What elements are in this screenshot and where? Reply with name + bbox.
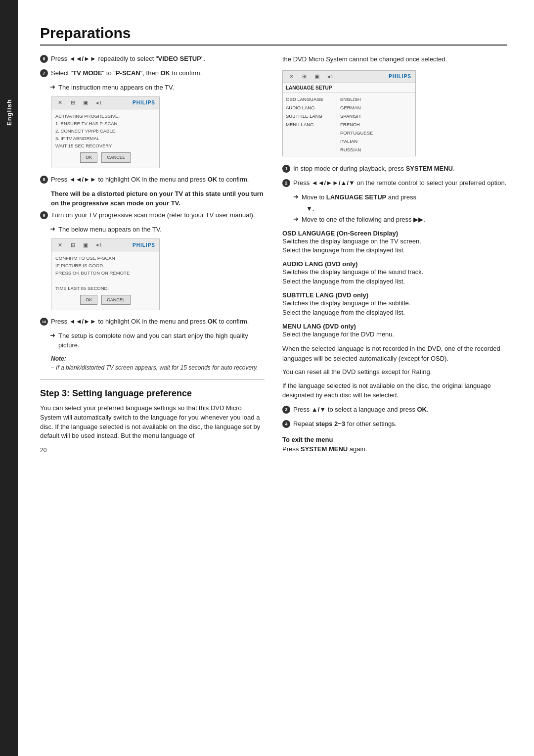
- menu-icon-arrow: ◄1: [94, 99, 103, 106]
- lang-right-item-5: PORTUGUESE: [340, 129, 412, 137]
- menu-icon-x2: ✕: [55, 241, 64, 248]
- menu-buttons-1: OK CANCEL: [55, 152, 155, 162]
- menu-header-2: ✕ ⊞ ▣ ◄1 PHILIPS: [51, 239, 159, 251]
- feature-audio: AUDIO LANG (DVD only) Switches the displ…: [282, 260, 507, 286]
- step-10-arrow-text: The setup is complete now and you can st…: [58, 331, 265, 350]
- two-column-layout: 6 Press ◄◄/►► repeatedly to select "VIDE…: [40, 54, 507, 454]
- step-6-text: Press ◄◄/►► repeatedly to select "VIDEO …: [51, 54, 205, 64]
- step-8: 8 Press ◄◄/►► to highlight OK in the men…: [40, 175, 265, 185]
- feature-subtitle-title: SUBTITLE LANG (DVD only): [282, 291, 507, 299]
- menu-lang-right: ENGLISH GERMAN SPANISH FRENCH PORTUGUESE…: [337, 93, 415, 156]
- menu-body-2: CONFIRM TO USE P-SCAN IF PICTURE IS GOOD…: [51, 251, 159, 310]
- menu2-line-2: IF PICTURE IS GOOD.: [55, 262, 155, 269]
- menu-line-3: 2. CONNECT YPrPb CABLE.: [55, 127, 155, 135]
- language-tab-label: English: [5, 99, 13, 126]
- feature-osd-desc2: Select the language from the displayed l…: [282, 246, 507, 255]
- title-divider: [40, 45, 507, 46]
- lang-left-item-2: AUDIO LANG: [286, 103, 334, 112]
- right-intro: the DVD Micro System cannot be changed o…: [282, 54, 507, 64]
- step-10: 10 Press ◄◄/►► to highlight OK in the me…: [40, 317, 265, 327]
- right-step-4-num: 4: [282, 420, 290, 428]
- right-step-4: 4 Repeat steps 2~3 for other settings.: [282, 420, 507, 429]
- lang-left-item-3: SUBTITLE LANG: [286, 112, 334, 120]
- right-step-2-text: Press ◄◄/►►/▲/▼ on the remote control to…: [293, 179, 506, 188]
- lang-right-item-2: GERMAN: [340, 103, 412, 112]
- menu-icon-disc2: ▣: [81, 241, 90, 248]
- menu-lang-icon-grid: ⊞: [300, 73, 309, 80]
- right-step-2-num: 2: [282, 179, 290, 187]
- menu-icon-grid2: ⊞: [68, 241, 77, 248]
- feature-subtitle: SUBTITLE LANG (DVD only) Switches the di…: [282, 291, 507, 318]
- right-arrow-1: ➜ Move to LANGUAGE SETUP and press: [293, 193, 507, 202]
- feature-menu-title: MENU LANG (DVD only): [282, 323, 507, 330]
- left-column: 6 Press ◄◄/►► repeatedly to select "VIDE…: [40, 54, 265, 454]
- step-10-num: 10: [40, 318, 48, 326]
- step-7-num: 7: [40, 69, 48, 77]
- menu2-line-4: [55, 277, 155, 284]
- menu-lang-left: OSD LANGUAGE AUDIO LANG SUBTITLE LANG ME…: [283, 93, 337, 156]
- menu-lang-icon-x: ✕: [287, 73, 296, 80]
- feature-audio-desc2: Select the language from the displayed l…: [282, 277, 507, 286]
- menu-cancel-btn: CANCEL: [101, 152, 131, 162]
- right-step-1: 1 In stop mode or during playback, press…: [282, 164, 507, 174]
- menu-lang-content: OSD LANGUAGE AUDIO LANG SUBTITLE LANG ME…: [283, 93, 415, 156]
- right-arrow-2-text: Move to one of the following and press ▶…: [302, 215, 425, 225]
- note-section: Note: – If a blank/distorted TV screen a…: [51, 354, 265, 372]
- lang-right-item-7: RUSSIAN: [340, 145, 412, 154]
- step-8-num: 8: [40, 176, 48, 184]
- menu-philips-logo: PHILIPS: [133, 100, 155, 105]
- arrow-symbol-3: ➜: [50, 331, 55, 339]
- right-arrow-1-text: Move to LANGUAGE SETUP and press: [302, 193, 416, 202]
- step-10-arrow: ➜ The setup is complete now and you can …: [50, 331, 265, 350]
- step-9-num: 9: [40, 211, 48, 219]
- menu-line-1: ACTIVATING PROGRESSIVE.: [55, 112, 155, 120]
- menu-lang-philips: PHILIPS: [389, 74, 411, 79]
- right-arrow-1b: ▼.: [306, 205, 507, 212]
- right-step-3-num: 3: [282, 406, 290, 414]
- to-exit-text: Press SYSTEM MENU again.: [282, 445, 507, 453]
- menu-lang-mockup: ✕ ⊞ ▣ ◄1 PHILIPS LANGUAGE SETUP OSD LANG…: [282, 70, 416, 157]
- menu-line-4: 3. IF TV ABNORMAL: [55, 135, 155, 142]
- right-step-1-text: In stop mode or during playback, press S…: [293, 164, 455, 174]
- feature-subtitle-desc1: Switches the display language of the sub…: [282, 299, 507, 308]
- feature-menu: MENU LANG (DVD only) Select the language…: [282, 323, 507, 339]
- step-9-arrow: ➜ The below menu appears on the TV.: [50, 225, 265, 235]
- lang-left-item-4: MENU LANG: [286, 120, 334, 129]
- lang-right-item-1: ENGLISH: [340, 95, 412, 103]
- step-9-arrow-text: The below menu appears on the TV.: [58, 225, 162, 235]
- menu2-line-1: CONFIRM TO USE P-SCAN: [55, 254, 155, 262]
- menu-cancel-btn2: CANCEL: [101, 295, 131, 305]
- italic-note-3: If the language selected is not availabl…: [282, 381, 507, 400]
- menu-buttons-2: OK CANCEL: [55, 295, 155, 305]
- feature-osd-title: OSD LANGUAGE (On-Screen Display): [282, 230, 507, 237]
- feature-audio-title: AUDIO LANG (DVD only): [282, 260, 507, 268]
- menu2-line-3: PRESS OK BUTTON ON REMOTE: [55, 269, 155, 277]
- menu-icon-grid: ⊞: [68, 99, 77, 106]
- menu-line-2: 1. ENSURE TV HAS P-SCAN.: [55, 120, 155, 127]
- page-wrapper: English Preparations 6 Press ◄◄/►► repea…: [0, 0, 534, 756]
- section-intro: You can select your preferred language s…: [40, 404, 265, 441]
- menu-ok-btn: OK: [80, 152, 97, 162]
- step-9: 9 Turn on your TV progressive scan mode …: [40, 211, 265, 220]
- step-9-text: Turn on your TV progressive scan mode (r…: [51, 211, 255, 220]
- page-title: Preparations: [40, 25, 507, 42]
- feature-menu-desc: Select the language for the DVD menu.: [282, 330, 507, 339]
- step-7-arrow-text: The instruction menu appears on the TV.: [58, 83, 174, 93]
- right-step-3-text: Press ▲/▼ to select a language and press…: [293, 405, 429, 415]
- menu-header-1: ✕ ⊞ ▣ ◄1 PHILIPS: [51, 97, 159, 109]
- step-8-text: Press ◄◄/►► to highlight OK in the menu …: [51, 175, 249, 185]
- feature-subtitle-desc2: Select the language from the displayed l…: [282, 308, 507, 318]
- menu-body-1: ACTIVATING PROGRESSIVE. 1. ENSURE TV HAS…: [51, 109, 159, 168]
- arrow-symbol-2: ➜: [50, 225, 55, 233]
- menu2-line-5: TIME LAST 05 SECOND.: [55, 284, 155, 292]
- menu-ok-btn2: OK: [80, 295, 97, 305]
- feature-audio-desc1: Switches the display language of the sou…: [282, 268, 507, 277]
- right-step-4-text: Repeat steps 2~3 for other settings.: [293, 420, 397, 429]
- menu-mockup-2: ✕ ⊞ ▣ ◄1 PHILIPS CONFIRM TO USE P-SCAN I…: [51, 238, 160, 310]
- menu-lang-icon-arrow: ◄1: [325, 73, 334, 80]
- note-label: Note:: [51, 355, 66, 362]
- step-7-arrow: ➜ The instruction menu appears on the TV…: [50, 83, 265, 93]
- right-arrow-sym-1: ➜: [293, 193, 299, 202]
- right-arrow-2: ➜ Move to one of the following and press…: [293, 215, 507, 225]
- feature-osd-desc1: Switches the display language on the TV …: [282, 237, 507, 246]
